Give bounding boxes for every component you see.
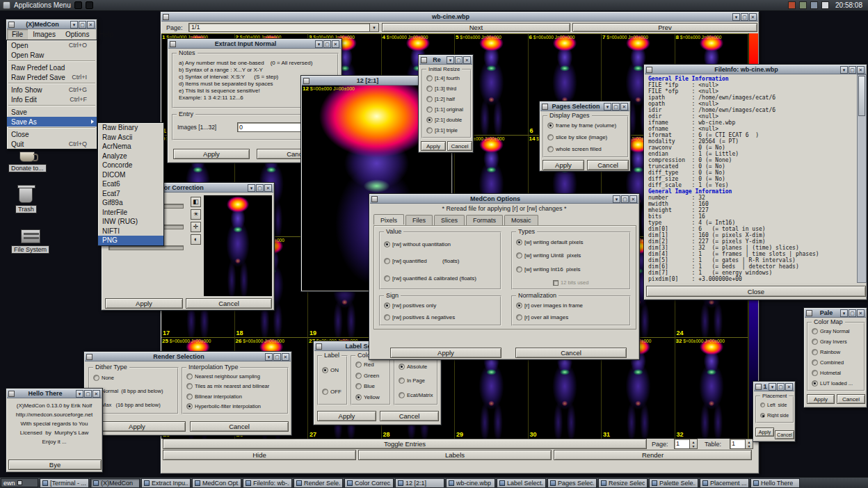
apply-button[interactable]: Apply [317,411,376,421]
window-menu-icon[interactable] [371,196,378,202]
resize-option[interactable]: [1:1] original [426,106,469,113]
options-tab[interactable]: Slices [434,215,465,225]
window-menu-icon[interactable] [303,78,310,84]
types-option[interactable]: [w] writing default pixels [516,239,628,245]
window-menu-icon[interactable] [8,391,15,397]
desktop-icon-trash[interactable]: Trash [15,186,37,213]
taskbar-item[interactable]: Extract Inpu... [141,478,191,488]
shade-button[interactable]: ▾ [265,353,273,361]
close-button[interactable]: ✕ [332,40,339,48]
palette-option[interactable]: Combined [812,359,862,366]
shade-button[interactable]: ▾ [604,103,611,111]
maximize-button[interactable]: ▢ [741,13,748,21]
menubar-item[interactable]: File [7,29,28,40]
shade-button[interactable]: ▾ [70,21,78,29]
page-spinner[interactable]: 1 ▲▼ [674,439,698,449]
close-button[interactable]: Close [646,286,866,297]
cancel-button[interactable]: Cancel [190,421,289,432]
palette-option[interactable]: Hotmetal [812,370,862,376]
palette-option[interactable]: Gray Normal [812,328,862,334]
combo-arrow-icon[interactable]: ▼ [370,23,379,32]
save-as-menu-item[interactable]: Analyze [98,152,163,161]
sign-option[interactable]: [rw] positives & negatives [384,314,499,320]
pages-option[interactable]: whole screen filled [547,146,626,152]
close-button[interactable]: ✕ [87,21,95,29]
xfce-menu-icon[interactable] [3,1,10,9]
save-as-menu-item[interactable]: INW (RUG) [98,217,163,227]
color-tool-icon[interactable]: ◐ [191,234,201,245]
numbering-option[interactable]: In Page [399,377,435,384]
clipboard-icon[interactable] [821,1,829,9]
titlebar[interactable]: Pale ▾▢✕ [805,309,866,318]
save-as-menu-item[interactable]: AcrNema [98,142,163,152]
scan-cell[interactable]: 32 $=00±000 J=00±000 32 [675,337,749,439]
taskbar-item[interactable]: (X)MedCon [90,478,140,488]
file-menu-item[interactable]: Raw Predef Load [7,63,97,72]
save-as-menu-item[interactable]: Raw Ascii [98,133,163,143]
shade-button[interactable]: ▾ [76,390,83,398]
apply-button[interactable]: Apply [421,141,446,151]
label-option[interactable]: OFF [322,389,345,395]
titlebar[interactable]: Render Selection ▾▢✕ [85,352,291,361]
titlebar[interactable]: Extract Input Normal ▾▢✕ [168,40,341,49]
gamma-slider[interactable] [108,245,184,250]
file-menu-item[interactable]: Info Edit Ctrl+F [7,95,97,104]
taskbar-item[interactable]: Palette Sele... [649,478,698,488]
volume-icon[interactable] [810,1,818,9]
file-menu-item[interactable]: Save [7,107,97,117]
titlebar[interactable]: wb-cine.wbp ▾▢✕ [161,13,758,22]
search-launcher-icon[interactable] [86,1,93,9]
titlebar[interactable]: 1 ▾▢✕ [754,382,794,391]
save-as-menu-item[interactable]: Raw Binary [98,123,163,133]
file-menu-item[interactable]: Raw Predef Save Ctrl+I [7,72,97,82]
close-button[interactable]: ✕ [785,383,793,391]
apply-button[interactable]: Apply [390,348,501,358]
window-menu-icon[interactable] [806,310,812,316]
file-menu-item[interactable]: Close [7,129,97,139]
shade-button[interactable]: ▾ [447,56,454,64]
interpolation-option[interactable]: Nearest neighbour sampling [186,373,286,380]
color-option[interactable]: Red [355,361,388,368]
hide-button[interactable]: Hide [163,450,356,460]
color-tool-icon[interactable]: ◧ [191,197,201,207]
taskbar-item[interactable]: wb-cine.wbp [446,478,495,488]
next-button[interactable]: Next [382,23,570,32]
window-menu-icon[interactable] [8,22,15,28]
window-menu-icon[interactable] [86,354,93,360]
scrollbar[interactable] [857,74,867,283]
cancel-button[interactable]: Cancel [447,141,472,151]
types-option[interactable]: [w] writing Uint8 pixels [516,252,628,259]
options-tab[interactable]: Files [405,215,433,225]
scrollbar-thumb[interactable] [858,76,865,116]
pages-option[interactable]: frame by frame (volume) [547,122,626,129]
cancel-button[interactable]: Cancel [587,160,629,170]
cancel-button[interactable]: Cancel [775,430,794,439]
cancel-button[interactable]: Cancel [186,298,272,309]
maximize-button[interactable]: ▢ [849,66,856,74]
dither-option[interactable]: None [93,375,176,381]
taskbar-item[interactable]: Resize Selec... [598,478,648,488]
file-menu-item[interactable]: Info Show Ctrl+G [7,85,97,95]
color-tool-icon[interactable]: ☀ [191,209,201,220]
file-menu-item[interactable]: Open Raw [7,50,97,60]
save-as-menu-item[interactable]: DICOM [98,170,163,180]
maximize-button[interactable]: ▢ [612,103,620,111]
taskbar-item[interactable]: FileInfo: wb-... [243,478,292,488]
cancel-button[interactable]: Cancel [515,348,627,358]
save-as-menu-item[interactable]: NIFTI [98,227,163,236]
titlebar[interactable]: Re ▾▢✕ [419,56,472,65]
window-menu-icon[interactable] [316,343,322,350]
label-option[interactable]: ON [322,367,345,373]
close-button[interactable]: ✕ [93,390,100,398]
save-as-menu-item[interactable]: Concorde [98,161,163,170]
bits-checkbox-row[interactable]: 12 bits used [553,279,588,286]
apply-button[interactable]: Apply [88,421,186,432]
sign-option[interactable]: [rw] positives only [384,302,499,309]
value-option[interactable]: [rw] quantified (floats) [384,258,499,264]
dither-option[interactable]: Normal (8 bpp and below) [93,388,176,394]
dither-option[interactable]: Max (16 bpp and below) [93,402,176,408]
titlebar[interactable]: FileInfo: wb-cine.wbp ▾▢✕ [645,65,866,74]
cancel-button[interactable]: Cancel [837,394,865,404]
notification-icon[interactable] [788,1,796,9]
normalization-option[interactable]: [r] over images in frame [516,302,628,309]
